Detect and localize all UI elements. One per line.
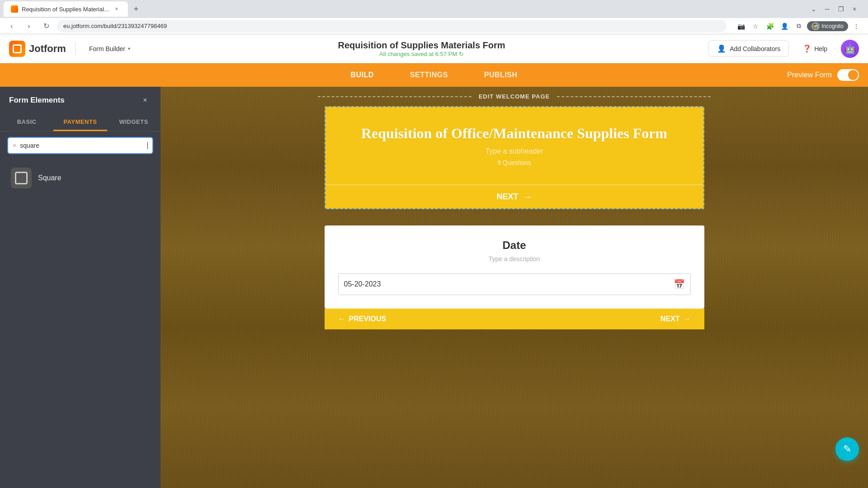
date-description[interactable]: Type a description — [338, 255, 691, 263]
result-label: Square — [38, 174, 61, 182]
camera-icon[interactable]: 📷 — [735, 20, 747, 33]
tab-publish[interactable]: PUBLISH — [466, 63, 536, 87]
edit-welcome-text: EDIT WELCOME PAGE — [472, 93, 557, 100]
welcome-form-card: Requisition of Office/Maintenance Suppli… — [325, 106, 704, 209]
dotted-line-left — [318, 96, 472, 97]
square-icon-inner — [15, 172, 28, 184]
tab-title: Requisition of Supplies Material... — [22, 6, 109, 13]
date-value[interactable]: 05-20-2023 — [344, 280, 674, 288]
help-button[interactable]: ❓ Help — [796, 41, 834, 56]
form-builder-dropdown[interactable]: Form Builder ▾ — [85, 42, 135, 55]
list-item[interactable]: Square — [5, 163, 155, 193]
preview-form-label: Preview Form — [787, 71, 832, 79]
tab-basic[interactable]: BASIC — [0, 114, 53, 131]
form-title: Requisition of Supplies Materials Form — [338, 40, 505, 51]
question-icon: ❓ — [802, 44, 811, 53]
date-form-card: Date Type a description 05-20-2023 📅 — [325, 225, 704, 309]
refresh-icon: ↻ — [459, 51, 464, 57]
questions-count: 9 Questions — [339, 159, 690, 166]
minimize-button[interactable]: ─ — [821, 3, 834, 15]
spacer — [160, 216, 868, 225]
form-canvas[interactable]: EDIT WELCOME PAGE Requisition of Office/… — [160, 87, 868, 488]
panel-header: Form Elements × — [0, 87, 160, 114]
help-label: Help — [814, 45, 827, 52]
tab-list-button[interactable]: ⌄ — [807, 3, 820, 15]
nav-bar: BUILD SETTINGS PUBLISH Preview Form — [0, 63, 868, 87]
avatar-image: 🤖 — [841, 40, 859, 58]
add-collaborators-label: Add Collaborators — [730, 45, 780, 52]
date-card-footer: ← PREVIOUS NEXT → — [325, 309, 704, 329]
window-mode-icon[interactable]: ⧉ — [793, 20, 805, 33]
add-collaborators-button[interactable]: 👤 Add Collaborators — [708, 40, 789, 57]
main-content: Form Elements × BASIC PAYMENTS WIDGETS ×… — [0, 87, 868, 488]
incognito-badge: 🕵 Incognito — [807, 21, 848, 31]
tab-favicon — [11, 5, 18, 13]
new-tab-button[interactable]: + — [130, 3, 142, 15]
bookmark-icon[interactable]: ☆ — [749, 20, 762, 33]
clear-search-button[interactable]: × — [13, 142, 16, 149]
preview-form-toggle[interactable] — [837, 69, 859, 81]
prev-label: PREVIOUS — [349, 315, 387, 323]
window-controls: ⌄ ─ ❐ × — [807, 3, 864, 15]
chevron-down-icon: ▾ — [128, 46, 130, 51]
logo-text: Jotform — [29, 43, 66, 55]
tab-bar: Requisition of Supplies Material... × + … — [0, 0, 868, 18]
panel-tabs: BASIC PAYMENTS WIDGETS — [0, 114, 160, 131]
active-tab[interactable]: Requisition of Supplies Material... × — [4, 1, 128, 17]
back-button[interactable]: ‹ — [5, 20, 18, 33]
autosave-status: All changes saved at 6:57 PM ↻ — [379, 51, 464, 57]
next-button[interactable]: NEXT → — [326, 184, 703, 208]
panel-close-button[interactable]: × — [139, 94, 151, 107]
form-header-block: Requisition of Office/Maintenance Suppli… — [326, 107, 703, 184]
form-subheader[interactable]: Type a subheader — [339, 147, 690, 155]
form-builder-label: Form Builder — [89, 45, 125, 52]
tab-widgets[interactable]: WIDGETS — [107, 114, 160, 131]
calendar-icon[interactable]: 📅 — [674, 279, 685, 290]
preview-form-area: Preview Form — [787, 69, 859, 81]
square-icon — [11, 168, 32, 188]
next-bottom-button[interactable]: NEXT → — [660, 309, 691, 329]
toggle-knob — [848, 70, 858, 80]
reload-button[interactable]: ↻ — [40, 20, 52, 33]
avatar[interactable]: 🤖 — [841, 40, 859, 58]
next-bottom-arrow-icon: → — [684, 315, 691, 323]
canvas-background: EDIT WELCOME PAGE Requisition of Office/… — [160, 87, 868, 488]
profile-icon[interactable]: 👤 — [778, 20, 791, 33]
search-results: Square — [0, 160, 160, 197]
browser-icons: 📷 ☆ 🧩 👤 ⧉ 🕵 Incognito ⋮ — [735, 20, 863, 33]
date-title: Date — [338, 239, 691, 252]
search-box: × — [7, 137, 153, 154]
cursor — [147, 142, 148, 149]
url-bar[interactable]: eu.jotform.com/build/231393247798469 — [57, 20, 726, 33]
logo-icon — [9, 41, 25, 57]
header-center: Requisition of Supplies Materials Form A… — [144, 40, 699, 57]
jotform-logo[interactable]: Jotform — [9, 41, 66, 57]
extensions-icon[interactable]: 🧩 — [764, 20, 776, 33]
edit-welcome-bar: EDIT WELCOME PAGE — [160, 87, 868, 106]
form-main-title[interactable]: Requisition of Office/Maintenance Suppli… — [339, 125, 690, 142]
header-divider — [75, 42, 75, 55]
address-bar: ‹ › ↻ eu.jotform.com/build/2313932477984… — [0, 18, 868, 34]
autosave-text: All changes saved at 6:57 PM — [379, 51, 457, 57]
browser-chrome: Requisition of Supplies Material... × + … — [0, 0, 868, 34]
search-input[interactable] — [20, 142, 144, 149]
fab-icon: ✎ — [843, 443, 851, 455]
arrow-right-icon: → — [523, 192, 532, 202]
floating-action-button[interactable]: ✎ — [835, 437, 859, 461]
forward-button[interactable]: › — [23, 20, 35, 33]
prev-arrow-icon: ← — [338, 315, 345, 323]
menu-button[interactable]: ⋮ — [850, 20, 863, 33]
tab-close-button[interactable]: × — [113, 5, 121, 13]
next-label: NEXT — [496, 192, 518, 202]
incognito-label: Incognito — [821, 23, 844, 29]
previous-button[interactable]: ← PREVIOUS — [338, 309, 387, 329]
search-area: × — [0, 131, 160, 160]
tab-settings[interactable]: SETTINGS — [392, 63, 466, 87]
maximize-button[interactable]: ❐ — [835, 3, 847, 15]
panel-title: Form Elements — [9, 96, 65, 105]
tab-payments[interactable]: PAYMENTS — [53, 114, 107, 131]
header-right: 👤 Add Collaborators ❓ Help 🤖 — [708, 40, 859, 58]
people-icon: 👤 — [717, 44, 726, 53]
tab-build[interactable]: BUILD — [332, 63, 392, 87]
window-close-button[interactable]: × — [848, 3, 861, 15]
